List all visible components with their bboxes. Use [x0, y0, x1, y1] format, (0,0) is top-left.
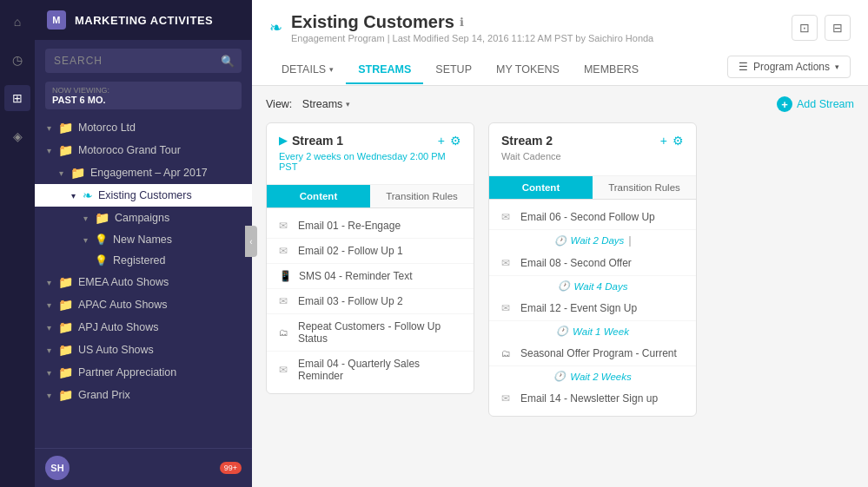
chevron-icon: ▾ — [47, 300, 51, 310]
window-control-minimize[interactable]: ⊟ — [825, 15, 851, 41]
main-nav: DETAILS ▾ STREAMS SETUP MY TOKENS MEMBER… — [269, 49, 851, 85]
sidebar-item-engagement-apr-2017[interactable]: ▾ 📁 Engagement – Apr 2017 — [35, 161, 252, 184]
tab-details[interactable]: DETAILS ▾ — [269, 56, 346, 84]
add-stream-button[interactable]: + Add Stream — [777, 96, 854, 112]
sidebar-item-label: Motorco Ltd — [78, 122, 136, 134]
tab-my-tokens[interactable]: MY TOKENS — [484, 56, 572, 84]
leaf-icon: ❧ — [83, 188, 93, 202]
sidebar-item-partner-appreciation[interactable]: ▾ 📁 Partner Appreciation — [35, 361, 252, 384]
tab-setup[interactable]: SETUP — [423, 56, 484, 84]
list-item: ✉ Email 12 - Event Sign Up — [489, 296, 696, 321]
list-item: 🗂 Seasonal Offer Program - Current — [489, 341, 696, 366]
stream-item-label: Seasonal Offer Program - Current — [520, 347, 677, 359]
folder-icon: 📁 — [58, 143, 73, 157]
stream-item-label: Email 12 - Event Sign Up — [520, 302, 637, 314]
chevron-icon: ▾ — [83, 235, 88, 245]
stream-item-label: Repeat Customers - Follow Up Status — [298, 320, 461, 345]
stream-1-tab-content[interactable]: Content — [267, 185, 370, 207]
sidebar-item-label: New Names — [113, 234, 172, 246]
folder-icon: 📁 — [95, 211, 109, 225]
stream-2-items: ✉ Email 06 - Second Follow Up 🕐 Wait 2 D… — [489, 200, 696, 416]
folder-icon: 📁 — [58, 388, 73, 402]
tab-members-label: MEMBERS — [584, 63, 639, 76]
list-item: ✉ Email 08 - Second Offer — [489, 251, 696, 276]
window-control-restore[interactable]: ⊡ — [792, 15, 818, 41]
stream-1-title-row: ▶ Stream 1 + ⚙ — [279, 134, 461, 148]
program-actions-chevron: ▾ — [835, 63, 839, 71]
sidebar-item-new-names[interactable]: ▾ 💡 New Names — [35, 229, 252, 250]
stream-1-tab-transition-rules[interactable]: Transition Rules — [370, 185, 474, 207]
program-actions-button[interactable]: ☰ Program Actions ▾ — [727, 56, 851, 78]
wait-item: 🕐 Wait 4 Days — [489, 276, 696, 296]
view-value[interactable]: Streams — [302, 98, 343, 110]
stream-1-title-label: Stream 1 — [292, 134, 343, 148]
sidebar-item-motorco-ltd[interactable]: ▾ 📁 Motorco Ltd — [35, 116, 252, 139]
sidebar-item-motoroco-grand-tour[interactable]: ▾ 📁 Motoroco Grand Tour — [35, 139, 252, 161]
folder-icon: 📁 — [58, 343, 73, 357]
wait-item: 🕐 Wait 2 Weeks — [489, 366, 696, 386]
stream-1-add-button[interactable]: + — [438, 134, 445, 148]
sidebar-item-label: Engagement – Apr 2017 — [90, 167, 208, 179]
sidebar-item-us-auto-shows[interactable]: ▾ 📁 US Auto Shows — [35, 339, 252, 361]
stream-2-settings-button[interactable]: ⚙ — [673, 134, 684, 148]
email-icon: ✉ — [279, 364, 291, 376]
list-item: 📱 SMS 04 - Reminder Text — [267, 264, 474, 289]
avatar: SH — [45, 456, 70, 480]
stream-1-title: ▶ Stream 1 — [279, 134, 343, 148]
wait-icon: 🕐 — [556, 326, 568, 337]
icon-clock[interactable]: ◷ — [4, 47, 30, 73]
stream-1-settings-button[interactable]: ⚙ — [450, 134, 461, 148]
tab-streams[interactable]: STREAMS — [346, 56, 423, 84]
stream-1-card: ▶ Stream 1 + ⚙ Every 2 weeks on Wednesda… — [266, 122, 474, 394]
folder-icon: 📁 — [70, 166, 85, 180]
stream-item-label: Email 08 - Second Offer — [520, 257, 632, 269]
wait-label: Wait 2 Days — [571, 235, 625, 246]
stream-item-label: Email 03 - Follow Up 2 — [298, 295, 403, 307]
icon-home[interactable]: ⌂ — [4, 9, 30, 35]
sidebar-nav: ▾ 📁 Motorco Ltd ▾ 📁 Motoroco Grand Tour … — [35, 116, 252, 448]
list-item: ✉ Email 14 - Newsletter Sign up — [489, 386, 696, 411]
wait-icon: 🕐 — [554, 235, 567, 247]
now-viewing-badge: NOW VIEWING: PAST 6 MO. — [45, 82, 242, 109]
tab-streams-label: STREAMS — [358, 63, 411, 76]
stream-2-controls: + ⚙ — [660, 134, 684, 148]
info-icon[interactable]: ℹ — [460, 16, 464, 29]
sidebar-item-label: Campaigns — [115, 212, 169, 224]
stream-2-add-button[interactable]: + — [660, 134, 667, 148]
icon-grid[interactable]: ⊞ — [4, 85, 30, 111]
stream-2-tab-content[interactable]: Content — [489, 176, 593, 199]
stream-1-controls: + ⚙ — [438, 134, 461, 148]
sidebar-bottom: SH 99+ — [35, 448, 252, 487]
chevron-icon: ▾ — [47, 123, 51, 133]
chevron-icon: ▾ — [47, 368, 51, 378]
email-icon: ✉ — [501, 392, 514, 405]
program-icon: ❧ — [269, 18, 282, 37]
wait-item: 🕐 Wait 2 Days | — [489, 230, 696, 251]
main-content: ❧ Existing Customers ℹ Engagement Progra… — [252, 0, 868, 487]
sidebar-item-grand-prix[interactable]: ▾ 📁 Grand Prix — [35, 384, 252, 406]
stream-2-tab-transition-rules[interactable]: Transition Rules — [593, 176, 696, 199]
sidebar-item-existing-customers[interactable]: ▾ ❧ Existing Customers — [35, 184, 252, 207]
sidebar-item-apac-auto-shows[interactable]: ▾ 📁 APAC Auto Shows — [35, 293, 252, 316]
sidebar-item-campaigns[interactable]: ▾ 📁 Campaigns — [35, 207, 252, 229]
tab-my-tokens-label: MY TOKENS — [496, 63, 560, 76]
sidebar: M MARKETING ACTIVITES 🔍 NOW VIEWING: PAS… — [35, 0, 252, 487]
add-stream-plus-icon: + — [777, 96, 792, 112]
sidebar-item-apj-auto-shows[interactable]: ▾ 📁 APJ Auto Shows — [35, 316, 252, 339]
email-icon: ✉ — [279, 295, 291, 307]
search-input[interactable] — [45, 49, 242, 73]
wait-item: 🕐 Wait 1 Week — [489, 321, 696, 341]
sidebar-collapse-handle[interactable]: ‹ — [245, 226, 257, 257]
chevron-icon: ▾ — [83, 214, 88, 223]
sms-icon: 📱 — [279, 270, 292, 282]
list-item: ✉ Email 04 - Quarterly Sales Reminder — [267, 352, 474, 388]
sidebar-item-emea-auto-shows[interactable]: ▾ 📁 EMEA Auto Shows — [35, 271, 252, 293]
tab-members[interactable]: MEMBERS — [572, 56, 651, 84]
stream-2-title: Stream 2 — [501, 134, 553, 148]
icon-chart[interactable]: ◈ — [4, 123, 30, 149]
crm-icon: 🗂 — [501, 348, 514, 359]
cursor-indicator: | — [628, 234, 631, 247]
window-controls: ⊡ ⊟ — [792, 15, 851, 41]
view-bar: View: Streams ▾ + Add Stream — [266, 96, 854, 112]
sidebar-item-registered[interactable]: ▾ 💡 Registered — [35, 250, 252, 271]
